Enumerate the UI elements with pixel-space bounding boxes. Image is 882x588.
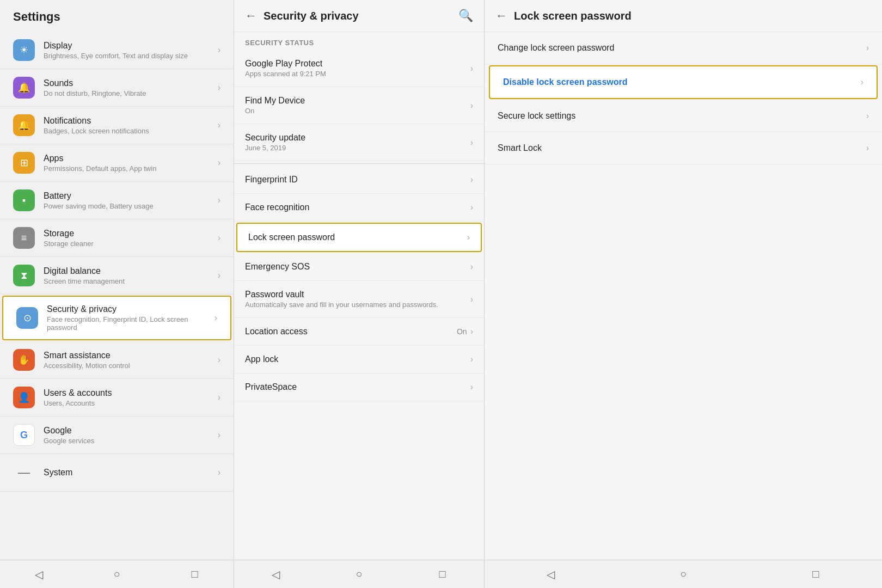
right-item-title-disable-lock-screen-password: Disable lock screen password xyxy=(503,77,861,87)
settings-item-subtitle-battery: Power saving mode, Battery usage xyxy=(44,202,218,210)
middle-item-title-fingerprint-id: Fingerprint ID xyxy=(245,175,470,185)
chevron-icon-middle-find-my-device: › xyxy=(470,101,473,111)
settings-item-apps[interactable]: ⊞AppsPermissions, Default apps, App twin… xyxy=(0,144,234,182)
chevron-icon-middle-location-access: › xyxy=(470,327,473,336)
right-back-button[interactable]: ← xyxy=(495,9,507,23)
settings-item-smart-assistance[interactable]: ✋Smart assistanceAccessibility, Motion c… xyxy=(0,341,234,379)
chevron-icon-middle-app-lock: › xyxy=(470,354,473,364)
settings-item-battery[interactable]: ▪BatteryPower saving mode, Battery usage… xyxy=(0,182,234,219)
settings-title: Settings xyxy=(0,0,234,32)
middle-item-fingerprint-id[interactable]: Fingerprint ID› xyxy=(234,166,484,194)
middle-item-google-play-protect[interactable]: Google Play ProtectApps scanned at 9:21 … xyxy=(234,50,484,87)
middle-item-face-recognition[interactable]: Face recognition› xyxy=(234,194,484,222)
middle-item-title-location-access: Location access xyxy=(245,327,457,336)
home-button-right[interactable]: ○ xyxy=(672,564,694,585)
settings-item-notifications[interactable]: 🔔NotificationsBadges, Lock screen notifi… xyxy=(0,107,234,144)
settings-item-users-accounts[interactable]: 👤Users & accountsUsers, Accounts› xyxy=(0,379,234,416)
right-item-title-smart-lock: Smart Lock xyxy=(498,143,866,153)
middle-title: Security & privacy xyxy=(264,10,458,22)
settings-item-title-digital-balance: Digital balance xyxy=(44,266,218,276)
settings-item-subtitle-sounds: Do not disturb, Ringtone, Vibrate xyxy=(44,89,218,97)
right-item-change-lock-screen-password[interactable]: Change lock screen password› xyxy=(485,32,882,64)
chevron-icon-middle-emergency-sos: › xyxy=(470,262,473,272)
storage-icon: ≡ xyxy=(13,227,35,249)
middle-panel: ← Security & privacy 🔍 SECURITY STATUSGo… xyxy=(234,0,485,560)
chevron-icon-middle-google-play-protect: › xyxy=(470,64,473,74)
middle-back-button[interactable]: ← xyxy=(245,9,257,23)
middle-item-value-location-access: On xyxy=(457,327,467,336)
search-icon[interactable]: 🔍 xyxy=(458,9,473,23)
settings-item-subtitle-google: Google services xyxy=(44,437,218,445)
settings-item-subtitle-security-privacy: Face recognition, Fingerprint ID, Lock s… xyxy=(47,315,215,332)
settings-item-title-system: System xyxy=(44,468,218,477)
middle-item-title-google-play-protect: Google Play Protect xyxy=(245,59,470,69)
recents-button-middle[interactable]: □ xyxy=(432,564,454,585)
security-status-label: SECURITY STATUS xyxy=(234,32,484,50)
middle-item-title-private-space: PrivateSpace xyxy=(245,382,470,392)
middle-item-private-space[interactable]: PrivateSpace› xyxy=(234,373,484,401)
middle-item-title-password-vault: Password vault xyxy=(245,290,470,299)
sounds-icon: 🔔 xyxy=(13,77,35,99)
chevron-icon-storage: › xyxy=(218,233,220,243)
chevron-icon-security-privacy: › xyxy=(215,313,217,323)
settings-item-title-apps: Apps xyxy=(44,154,218,163)
back-button-right[interactable]: ◁ xyxy=(540,564,562,585)
left-panel: Settings ☀DisplayBrightness, Eye comfort… xyxy=(0,0,234,560)
home-button-left[interactable]: ○ xyxy=(106,564,128,585)
middle-item-subtitle-security-update: June 5, 2019 xyxy=(245,144,470,152)
right-item-smart-lock[interactable]: Smart Lock› xyxy=(485,132,882,164)
settings-item-subtitle-apps: Permissions, Default apps, App twin xyxy=(44,164,218,173)
home-button-middle[interactable]: ○ xyxy=(348,564,370,585)
system-icon: — xyxy=(13,462,35,483)
settings-list: ☀DisplayBrightness, Eye comfort, Text an… xyxy=(0,32,234,560)
chevron-icon-google: › xyxy=(218,430,220,440)
right-item-title-secure-lock-settings: Secure lock settings xyxy=(498,111,866,121)
settings-item-google[interactable]: GGoogleGoogle services› xyxy=(0,416,234,454)
settings-item-subtitle-digital-balance: Screen time management xyxy=(44,277,218,285)
settings-item-title-storage: Storage xyxy=(44,229,218,238)
back-button-left[interactable]: ◁ xyxy=(28,564,50,585)
battery-icon: ▪ xyxy=(13,189,35,211)
settings-item-storage[interactable]: ≡StorageStorage cleaner› xyxy=(0,219,234,257)
middle-item-lock-screen-password[interactable]: Lock screen password› xyxy=(236,223,482,252)
settings-item-display[interactable]: ☀DisplayBrightness, Eye comfort, Text an… xyxy=(0,32,234,69)
settings-item-subtitle-storage: Storage cleaner xyxy=(44,240,218,248)
chevron-icon-middle-fingerprint-id: › xyxy=(470,175,473,185)
chevron-icon-middle-lock-screen-password: › xyxy=(467,232,470,242)
settings-item-sounds[interactable]: 🔔SoundsDo not disturb, Ringtone, Vibrate… xyxy=(0,69,234,107)
right-item-disable-lock-screen-password[interactable]: Disable lock screen password› xyxy=(489,65,878,99)
settings-item-title-google: Google xyxy=(44,426,218,436)
middle-item-find-my-device[interactable]: Find My DeviceOn› xyxy=(234,87,484,124)
chevron-icon-apps: › xyxy=(218,158,220,168)
middle-item-password-vault[interactable]: Password vaultAutomatically save and fil… xyxy=(234,281,484,318)
settings-item-digital-balance[interactable]: ⧗Digital balanceScreen time management› xyxy=(0,257,234,295)
settings-item-subtitle-notifications: Badges, Lock screen notifications xyxy=(44,127,218,135)
chevron-icon-sounds: › xyxy=(218,83,220,93)
settings-item-title-battery: Battery xyxy=(44,191,218,201)
middle-item-title-emergency-sos: Emergency SOS xyxy=(245,262,470,272)
chevron-icon-battery: › xyxy=(218,195,220,205)
back-button-middle[interactable]: ◁ xyxy=(265,564,287,585)
chevron-icon-system: › xyxy=(218,468,220,477)
recents-button-left[interactable]: □ xyxy=(184,564,206,585)
middle-item-app-lock[interactable]: App lock› xyxy=(234,346,484,373)
recents-button-right[interactable]: □ xyxy=(805,564,826,585)
security-privacy-icon: ⊙ xyxy=(16,307,38,329)
settings-item-security-privacy[interactable]: ⊙Security & privacyFace recognition, Fin… xyxy=(2,296,231,340)
chevron-icon-display: › xyxy=(218,45,220,55)
chevron-icon-notifications: › xyxy=(218,120,220,130)
notifications-icon: 🔔 xyxy=(13,114,35,136)
chevron-icon-middle-private-space: › xyxy=(470,382,473,392)
chevron-icon-users-accounts: › xyxy=(218,393,220,402)
apps-icon: ⊞ xyxy=(13,152,35,174)
digital-balance-icon: ⧗ xyxy=(13,265,35,286)
middle-item-security-update[interactable]: Security updateJune 5, 2019› xyxy=(234,124,484,161)
chevron-icon-right-change-lock-screen-password: › xyxy=(866,43,869,53)
settings-item-title-security-privacy: Security & privacy xyxy=(47,304,215,314)
right-item-secure-lock-settings[interactable]: Secure lock settings› xyxy=(485,100,882,132)
settings-item-system[interactable]: —System› xyxy=(0,454,234,492)
middle-item-emergency-sos[interactable]: Emergency SOS› xyxy=(234,253,484,281)
middle-item-title-face-recognition: Face recognition xyxy=(245,203,470,212)
middle-item-title-lock-screen-password: Lock screen password xyxy=(248,232,467,242)
middle-item-location-access[interactable]: Location accessOn› xyxy=(234,318,484,346)
